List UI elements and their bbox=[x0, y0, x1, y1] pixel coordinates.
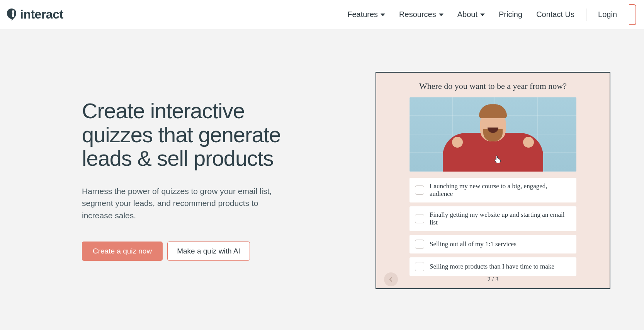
quiz-footer: 2 / 3 bbox=[376, 276, 610, 283]
quiz-hero-image bbox=[410, 97, 576, 172]
svg-rect-1 bbox=[12, 13, 14, 17]
nav-label: Contact Us bbox=[536, 10, 574, 19]
nav-about[interactable]: About bbox=[450, 7, 492, 22]
nav-divider bbox=[586, 9, 586, 21]
quiz-option-label: Finally getting my website up and starti… bbox=[430, 211, 571, 226]
chevron-down-icon bbox=[480, 14, 485, 16]
quiz-options: Launching my new course to a big, engage… bbox=[410, 178, 576, 276]
hero-copy: Create interactive quizzes that generate… bbox=[82, 72, 314, 289]
hero-headline: Create interactive quizzes that generate… bbox=[82, 99, 314, 170]
quiz-back-button[interactable] bbox=[384, 272, 398, 286]
nav-label: About bbox=[457, 10, 477, 19]
pointer-cursor-icon bbox=[494, 155, 501, 163]
chevron-down-icon bbox=[439, 14, 443, 16]
brand-name: interact bbox=[20, 7, 63, 22]
brand-logo[interactable]: interact bbox=[5, 7, 63, 22]
svg-point-0 bbox=[12, 10, 14, 12]
quiz-option-2[interactable]: Finally getting my website up and starti… bbox=[410, 206, 576, 231]
nav-contact[interactable]: Contact Us bbox=[529, 7, 581, 22]
checkbox-icon[interactable] bbox=[415, 262, 424, 271]
quiz-preview-card: Where do you want to be a year from now?… bbox=[376, 72, 610, 289]
checkbox-icon[interactable] bbox=[415, 185, 424, 195]
nav-label: Features bbox=[347, 10, 378, 19]
hero-section: Create interactive quizzes that generate… bbox=[0, 29, 644, 289]
checkbox-icon[interactable] bbox=[415, 214, 424, 223]
quiz-option-label: Launching my new course to a big, engage… bbox=[430, 182, 571, 198]
chevron-left-icon bbox=[388, 277, 394, 282]
partial-button-edge[interactable] bbox=[629, 4, 636, 25]
quiz-page-indicator: 2 / 3 bbox=[488, 276, 498, 283]
hero-subhead: Harness the power of quizzes to grow you… bbox=[82, 185, 275, 222]
checkbox-icon[interactable] bbox=[415, 240, 424, 249]
site-header: interact Features Resources About Pricin… bbox=[0, 0, 644, 29]
quiz-question: Where do you want to be a year from now? bbox=[389, 81, 596, 91]
nav-resources[interactable]: Resources bbox=[392, 7, 450, 22]
person-fist-left bbox=[452, 137, 463, 148]
create-quiz-button[interactable]: Create a quiz now bbox=[82, 242, 163, 261]
nav-label: Resources bbox=[399, 10, 436, 19]
nav-pricing[interactable]: Pricing bbox=[492, 7, 529, 22]
person-fist-right bbox=[523, 137, 534, 148]
brand-logo-icon bbox=[5, 8, 18, 22]
quiz-option-1[interactable]: Launching my new course to a big, engage… bbox=[410, 178, 576, 202]
quiz-option-4[interactable]: Selling more products than I have time t… bbox=[410, 257, 576, 276]
quiz-option-label: Selling more products than I have time t… bbox=[430, 263, 554, 270]
quiz-option-label: Selling out all of my 1:1 services bbox=[430, 240, 517, 248]
quiz-option-3[interactable]: Selling out all of my 1:1 services bbox=[410, 235, 576, 253]
chevron-down-icon bbox=[381, 14, 385, 16]
main-nav: Features Resources About Pricing Contact… bbox=[340, 4, 636, 25]
cta-row: Create a quiz now Make a quiz with AI bbox=[82, 242, 314, 261]
make-quiz-ai-button[interactable]: Make a quiz with AI bbox=[167, 242, 250, 261]
nav-login[interactable]: Login bbox=[591, 7, 624, 22]
nav-features[interactable]: Features bbox=[340, 7, 392, 22]
nav-label: Pricing bbox=[499, 10, 522, 19]
